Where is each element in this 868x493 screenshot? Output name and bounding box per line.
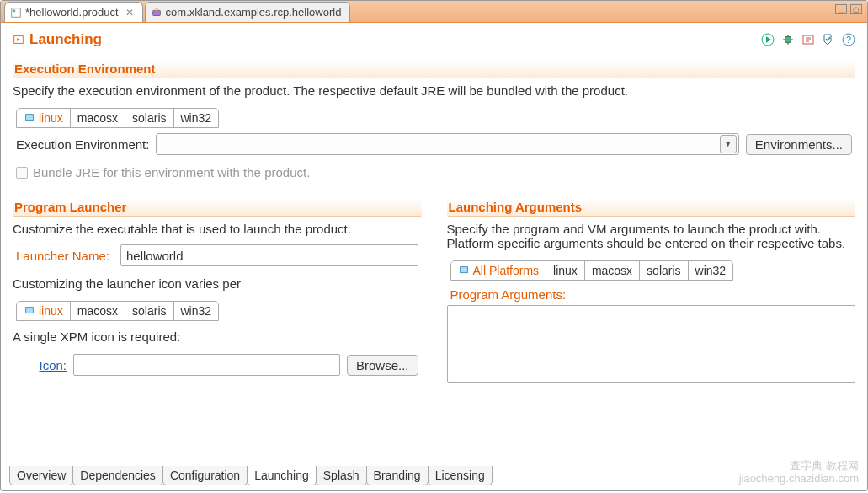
tab-solaris[interactable]: solaris bbox=[125, 302, 173, 320]
tab-licensing[interactable]: Licensing bbox=[428, 466, 493, 485]
icon-row: Icon: Browse... bbox=[13, 349, 422, 381]
bundle-jre-checkbox[interactable] bbox=[16, 167, 28, 179]
tab-label: com.xkland.examples.rcp.helloworld bbox=[166, 6, 342, 19]
exec-env-combo[interactable]: ▼ bbox=[156, 133, 738, 155]
args-header: Launching Arguments bbox=[447, 191, 856, 217]
svg-rect-11 bbox=[26, 308, 34, 313]
tab-all-platforms[interactable]: All Platforms bbox=[451, 261, 547, 280]
page-title-row: Launching bbox=[13, 31, 102, 48]
tab-label: linux bbox=[39, 111, 63, 125]
minimize-button[interactable]: ▁ bbox=[835, 4, 847, 14]
exec-env-row: Execution Environment: ▼ Environments... bbox=[13, 128, 855, 160]
svg-rect-12 bbox=[460, 267, 467, 273]
form-header: Launching ? bbox=[1, 23, 867, 53]
page-title: Launching bbox=[29, 31, 102, 48]
tab-linux[interactable]: linux bbox=[17, 302, 71, 320]
tab-label: All Platforms bbox=[473, 264, 540, 277]
svg-rect-0 bbox=[12, 8, 21, 17]
window-controls: ▁ ▢ bbox=[835, 4, 862, 14]
tab-label: linux bbox=[39, 304, 63, 318]
prog-args-label: Program Arguments: bbox=[447, 281, 856, 305]
platform-icon bbox=[458, 265, 470, 276]
exec-env-title: Execution Environment bbox=[14, 56, 854, 78]
exec-env-label: Execution Environment: bbox=[16, 137, 149, 152]
debug-icon[interactable] bbox=[781, 33, 795, 46]
tab-label: macosx bbox=[592, 264, 632, 277]
icon-link[interactable]: Icon: bbox=[24, 358, 67, 372]
args-section: Launching Arguments Specify the program … bbox=[447, 191, 856, 385]
bundle-jre-label: Bundle JRE for this environment with the… bbox=[33, 165, 310, 180]
tab-win32[interactable]: win32 bbox=[689, 261, 733, 280]
args-title: Launching Arguments bbox=[449, 195, 855, 216]
tab-overview[interactable]: Overview bbox=[9, 466, 73, 485]
svg-rect-10 bbox=[26, 115, 34, 121]
launcher-header: Program Launcher bbox=[13, 191, 422, 217]
tab-branding[interactable]: Branding bbox=[366, 466, 429, 485]
tab-splash[interactable]: Splash bbox=[316, 466, 367, 485]
launcher-desc: Customize the executable that is used to… bbox=[13, 220, 422, 241]
xpm-text: A single XPM icon is required: bbox=[13, 321, 422, 349]
validate-icon[interactable] bbox=[822, 33, 835, 46]
tab-win32[interactable]: win32 bbox=[174, 302, 219, 320]
plugin-icon bbox=[151, 7, 162, 19]
tab-solaris[interactable]: solaris bbox=[640, 261, 688, 280]
launcher-name-input[interactable] bbox=[120, 244, 418, 266]
watermark: 查字典 教程网 jiaocheng.chazidian.com bbox=[739, 459, 859, 485]
tab-launching[interactable]: Launching bbox=[247, 466, 317, 485]
program-arguments-textarea[interactable] bbox=[447, 305, 856, 383]
browse-button[interactable]: Browse... bbox=[347, 355, 418, 376]
args-desc: Specify the program and VM arguments to … bbox=[447, 220, 856, 255]
product-file-icon bbox=[10, 7, 22, 19]
tab-macosx[interactable]: macosx bbox=[71, 109, 125, 127]
tab-linux[interactable]: linux bbox=[17, 109, 71, 127]
tab-label: win32 bbox=[181, 111, 212, 125]
launching-page-icon bbox=[13, 34, 24, 46]
bundle-jre-row: Bundle JRE for this environment with the… bbox=[13, 160, 855, 185]
launcher-section: Program Launcher Customize the executabl… bbox=[13, 191, 422, 385]
run-icon[interactable] bbox=[761, 33, 775, 46]
svg-rect-1 bbox=[13, 9, 16, 12]
tab-label: macosx bbox=[77, 111, 118, 125]
tab-helloworld-product[interactable]: *helloworld.product ✕ bbox=[4, 2, 143, 22]
svg-point-6 bbox=[785, 36, 791, 43]
maximize-button[interactable]: ▢ bbox=[850, 4, 862, 14]
lower-columns: Program Launcher Customize the executabl… bbox=[13, 191, 855, 385]
tab-label: solaris bbox=[132, 111, 166, 125]
platform-icon bbox=[24, 305, 35, 317]
launcher-name-row: Launcher Name: bbox=[13, 241, 422, 270]
combo-dropdown-button[interactable]: ▼ bbox=[720, 135, 737, 153]
platform-icon bbox=[24, 112, 35, 124]
svg-rect-3 bbox=[155, 8, 158, 10]
tab-macosx[interactable]: macosx bbox=[585, 261, 640, 280]
tab-solaris[interactable]: solaris bbox=[125, 109, 173, 127]
args-platform-tabs: All Platforms linux macosx solaris win32 bbox=[450, 260, 734, 281]
launcher-name-label: Launcher Name: bbox=[16, 249, 114, 263]
exec-env-desc: Specify the execution environment of the… bbox=[13, 82, 855, 103]
export-icon[interactable] bbox=[801, 33, 815, 46]
icon-path-input[interactable] bbox=[73, 354, 340, 376]
editor-pane: *helloworld.product ✕ com.xkland.example… bbox=[0, 0, 868, 491]
close-tab-icon[interactable]: ✕ bbox=[125, 7, 134, 19]
tab-linux[interactable]: linux bbox=[546, 261, 585, 280]
form-page-tabs: Overview Dependencies Configuration Laun… bbox=[9, 466, 492, 485]
editor-tabs: *helloworld.product ✕ com.xkland.example… bbox=[1, 1, 867, 23]
tab-macosx[interactable]: macosx bbox=[71, 302, 125, 320]
launcher-platform-tabs: linux macosx solaris win32 bbox=[16, 301, 219, 321]
tab-label: solaris bbox=[647, 264, 680, 277]
tab-label: macosx bbox=[77, 304, 118, 318]
tab-win32[interactable]: win32 bbox=[174, 109, 219, 127]
tab-label: win32 bbox=[695, 264, 727, 277]
exec-env-platform-tabs: linux macosx solaris win32 bbox=[16, 108, 219, 128]
tab-label: *helloworld.product bbox=[25, 6, 119, 19]
tab-label: win32 bbox=[181, 304, 212, 318]
tab-configuration[interactable]: Configuration bbox=[162, 466, 248, 485]
svg-text:?: ? bbox=[846, 35, 851, 45]
tab-label: solaris bbox=[132, 304, 166, 318]
tab-dependencies[interactable]: Dependencies bbox=[72, 466, 163, 485]
exec-env-header: Execution Environment bbox=[13, 53, 855, 78]
svg-rect-2 bbox=[152, 10, 160, 15]
toolbar: ? bbox=[761, 33, 855, 46]
tab-com-xkland[interactable]: com.xkland.examples.rcp.helloworld bbox=[145, 2, 351, 22]
environments-button[interactable]: Environments... bbox=[746, 134, 852, 155]
help-icon[interactable]: ? bbox=[842, 33, 855, 46]
